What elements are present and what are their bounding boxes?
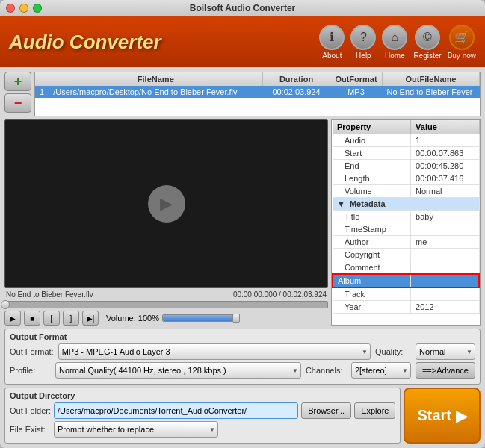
video-play-overlay: ▶ bbox=[148, 185, 185, 223]
buy-label: Buy now bbox=[448, 52, 476, 60]
output-format-title: Output Format bbox=[10, 332, 475, 341]
explore-button[interactable]: Explore bbox=[354, 402, 395, 419]
out-format-select[interactable]: MP3 - MPEG-1 Audio Layer 3 bbox=[58, 343, 371, 360]
browser-button[interactable]: Browser... bbox=[301, 402, 351, 419]
row-filename: /Users/macpro/Desktop/No End to Bieber F… bbox=[49, 86, 262, 98]
mark-out-button[interactable]: ] bbox=[63, 311, 79, 326]
bottom-section: Output Directory Out Folder: Browser... … bbox=[4, 388, 481, 444]
profile-row: Profile: Normal Quality( 44100 Hz, stere… bbox=[10, 362, 475, 379]
property-row: Title baby bbox=[333, 211, 479, 223]
header-icon-group: ℹ About ? Help ⌂ Home © Register 🛒 Buy n… bbox=[319, 25, 476, 60]
window-controls bbox=[6, 4, 42, 13]
file-list-table: FileName Duration OutFormat OutFileName … bbox=[35, 72, 480, 98]
video-area: ▶ No End to Bieber Fever.flv 00:00:00.00… bbox=[4, 119, 328, 326]
profile-select-wrapper: Normal Quality( 44100 Hz, stereo , 128 k… bbox=[55, 362, 301, 379]
help-label: Help bbox=[356, 52, 371, 60]
stop-button[interactable]: ■ bbox=[24, 311, 40, 326]
property-row: Start 00:00:07.863 bbox=[333, 147, 479, 160]
channels-select-wrapper: 2[stereo] ▼ bbox=[351, 362, 411, 379]
col-duration: Duration bbox=[263, 72, 330, 86]
about-icon: ℹ bbox=[319, 25, 345, 50]
file-exist-label: File Exist: bbox=[10, 425, 51, 434]
file-list-table-wrapper: FileName Duration OutFormat OutFileName … bbox=[34, 72, 481, 116]
playback-controls: ▶ ■ [ ] ▶| Volume: 100% bbox=[4, 311, 328, 326]
middle-section: ▶ No End to Bieber Fever.flv 00:00:00.00… bbox=[4, 119, 481, 326]
col-outfilename: OutFileName bbox=[383, 72, 480, 86]
file-exist-select-wrapper: Prompt whether to replace ▼ bbox=[54, 421, 218, 438]
maximize-btn[interactable] bbox=[33, 4, 42, 13]
prop-col-property: Property bbox=[333, 120, 411, 134]
volume-slider[interactable] bbox=[162, 314, 237, 322]
skip-button[interactable]: ▶| bbox=[82, 311, 99, 326]
prop-col-value: Value bbox=[411, 120, 479, 134]
property-row[interactable]: Album bbox=[333, 274, 479, 287]
about-button[interactable]: ℹ About bbox=[319, 25, 345, 60]
out-format-row: Out Format: MP3 - MPEG-1 Audio Layer 3 ▼… bbox=[10, 343, 475, 360]
add-file-button[interactable]: + bbox=[4, 72, 31, 91]
minimize-btn[interactable] bbox=[19, 4, 28, 13]
property-row: End 00:00:45.280 bbox=[333, 160, 479, 172]
col-outformat: OutFormat bbox=[330, 72, 383, 86]
about-label: About bbox=[322, 52, 342, 60]
row-duration: 00:02:03.924 bbox=[263, 86, 330, 98]
home-icon: ⌂ bbox=[382, 25, 407, 50]
property-row: Author me bbox=[333, 236, 479, 249]
property-row: Year 2012 bbox=[333, 301, 479, 314]
quality-select[interactable]: Normal bbox=[416, 343, 475, 360]
help-icon: ? bbox=[350, 25, 376, 50]
metadata-label: Metadata bbox=[350, 199, 386, 208]
quality-select-wrapper: Normal ▼ bbox=[416, 343, 475, 360]
property-row: ▼ Metadata bbox=[333, 198, 479, 211]
start-play-icon: ▶ bbox=[456, 407, 467, 425]
start-label: Start bbox=[417, 407, 451, 424]
file-exist-select[interactable]: Prompt whether to replace bbox=[54, 421, 218, 438]
register-icon: © bbox=[415, 25, 440, 50]
out-folder-input[interactable] bbox=[54, 402, 298, 419]
home-button[interactable]: ⌂ Home bbox=[382, 25, 407, 60]
output-dir-title: Output Directory bbox=[10, 391, 395, 400]
titlebar: Boilsoft Audio Converter bbox=[0, 0, 485, 16]
cart-icon: 🛒 bbox=[449, 25, 475, 50]
file-buttons: + − bbox=[4, 72, 31, 116]
profile-select[interactable]: Normal Quality( 44100 Hz, stereo , 128 k… bbox=[55, 362, 301, 379]
mark-in-button[interactable]: [ bbox=[43, 311, 60, 326]
property-row: Volume Normal bbox=[333, 185, 479, 198]
register-button[interactable]: © Register bbox=[413, 25, 441, 60]
col-filename: FileName bbox=[49, 72, 262, 86]
start-button[interactable]: Start ▶ bbox=[404, 388, 481, 444]
video-info-bar: No End to Bieber Fever.flv 00:00:00.000 … bbox=[4, 290, 328, 299]
advance-button[interactable]: ==>Advance bbox=[416, 362, 475, 379]
channels-select[interactable]: 2[stereo] bbox=[351, 362, 411, 379]
table-row[interactable]: 1 /Users/macpro/Desktop/No End to Bieber… bbox=[35, 86, 480, 98]
col-index bbox=[35, 72, 49, 86]
help-button[interactable]: ? Help bbox=[350, 25, 376, 60]
output-dir-box: Output Directory Out Folder: Browser... … bbox=[4, 388, 401, 444]
remove-file-button[interactable]: − bbox=[4, 93, 31, 113]
volume-thumb[interactable] bbox=[232, 314, 240, 323]
file-area: + − FileName Duration OutFormat OutFileN… bbox=[4, 72, 481, 116]
close-btn[interactable] bbox=[6, 4, 15, 13]
property-row: Audio 1 bbox=[333, 134, 479, 147]
quality-label: Quality: bbox=[375, 347, 411, 356]
video-player[interactable]: ▶ bbox=[4, 119, 328, 288]
property-row: Copyright bbox=[333, 249, 479, 261]
row-index: 1 bbox=[35, 86, 49, 98]
channels-label: Channels: bbox=[306, 366, 347, 375]
play-button[interactable]: ▶ bbox=[4, 311, 21, 326]
output-format-section: Output Format Out Format: MP3 - MPEG-1 A… bbox=[4, 329, 481, 385]
property-row: Track bbox=[333, 287, 479, 301]
seek-bar[interactable] bbox=[4, 301, 328, 308]
row-outfilename: No End to Bieber Fever bbox=[383, 86, 480, 98]
seek-thumb[interactable] bbox=[1, 300, 10, 309]
main-window: Boilsoft Audio Converter Audio Converter… bbox=[0, 0, 485, 448]
property-table: Property Value Audio 1Start 00:00:07.863… bbox=[332, 120, 480, 314]
window-title: Boilsoft Audio Converter bbox=[190, 3, 296, 13]
row-outformat: MP3 bbox=[330, 86, 383, 98]
buy-button[interactable]: 🛒 Buy now bbox=[448, 25, 476, 60]
property-panel: Property Value Audio 1Start 00:00:07.863… bbox=[331, 119, 481, 326]
home-label: Home bbox=[385, 52, 405, 60]
out-folder-row: Out Folder: Browser... Explore bbox=[10, 402, 395, 419]
register-label: Register bbox=[413, 52, 441, 60]
file-exist-row: File Exist: Prompt whether to replace ▼ bbox=[10, 421, 395, 438]
out-folder-label: Out Folder: bbox=[10, 406, 51, 415]
